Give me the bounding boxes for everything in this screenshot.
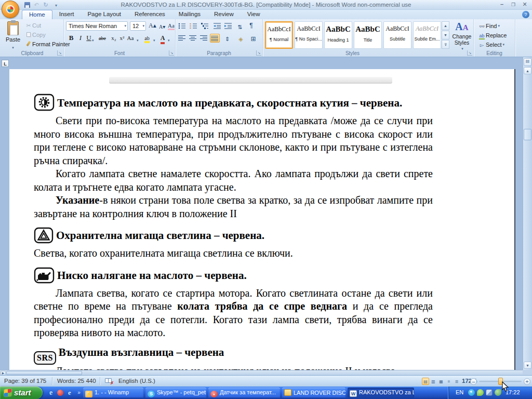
find-button[interactable]: Find	[478, 23, 500, 31]
messenger-tray-icon[interactable]	[477, 389, 484, 396]
styles-scroll-down-icon[interactable]	[442, 31, 449, 39]
align-center-icon[interactable]	[188, 34, 198, 43]
change-styles-button[interactable]: AA Change Styles	[451, 21, 473, 52]
bold-button[interactable]	[67, 34, 75, 43]
tab-references[interactable]: References	[128, 10, 172, 19]
tab-insert[interactable]: Insert	[52, 10, 81, 19]
vertical-scroll-thumb[interactable]	[524, 129, 531, 140]
font-dialog-launcher-icon[interactable]	[169, 50, 174, 56]
clear-formatting-icon[interactable]	[168, 22, 175, 30]
updates-tray-icon[interactable]	[495, 389, 501, 396]
style-no-spacing[interactable]: AaBbCcI¶ No Spaci...	[295, 21, 323, 49]
quicklaunch-browser-icon[interactable]	[47, 389, 55, 397]
save-icon[interactable]	[23, 2, 31, 8]
taskbar-button-sensor-page[interactable]: Датчик за температ...	[208, 388, 280, 398]
borders-icon[interactable]	[248, 34, 258, 43]
document-page[interactable]: Температура на маслото на предавката, ск…	[9, 69, 515, 370]
font-name-combo[interactable]: Times New Roman	[66, 21, 128, 31]
increase-indent-icon[interactable]	[223, 22, 233, 31]
line-spacing-icon[interactable]	[222, 34, 232, 43]
replace-button[interactable]: Replace	[478, 32, 507, 41]
tab-page-layout[interactable]: Page Layout	[81, 10, 128, 19]
select-button[interactable]: Select	[478, 42, 504, 50]
horizontal-scrollbar[interactable]	[0, 370, 523, 375]
paste-button[interactable]: Paste	[3, 21, 23, 54]
vertical-scrollbar[interactable]	[523, 57, 532, 370]
sort-icon[interactable]	[235, 22, 245, 31]
quicklaunch-media-icon[interactable]	[56, 389, 64, 397]
styles-dialog-launcher-icon[interactable]	[467, 50, 472, 56]
select-dropdown-icon[interactable]	[502, 42, 505, 48]
tab-review[interactable]: Review	[207, 10, 241, 19]
skype-tray-icon[interactable]	[468, 389, 475, 396]
network-tray-icon[interactable]	[486, 389, 493, 396]
language-indicator[interactable]: English (U.S.)	[118, 378, 155, 384]
style-title[interactable]: AaBbCTitle	[354, 21, 382, 49]
style-heading1[interactable]: AaBbCHeading 1	[324, 21, 352, 49]
bullets-icon[interactable]	[177, 22, 187, 31]
scroll-right-icon[interactable]	[1, 371, 6, 375]
copy-button[interactable]: Copy	[25, 32, 46, 41]
grow-font-icon[interactable]	[149, 22, 156, 30]
web-layout-view-icon[interactable]	[437, 378, 445, 385]
zoom-in-icon[interactable]	[524, 378, 530, 385]
fullscreen-reading-view-icon[interactable]	[430, 378, 437, 385]
justify-icon[interactable]	[210, 34, 220, 43]
scroll-down-icon[interactable]	[524, 362, 531, 369]
taskbar-button-landrover-folder[interactable]: LAND ROVER DISCOV...	[282, 388, 345, 398]
underline-dropdown-icon[interactable]	[91, 35, 94, 45]
close-button[interactable]	[520, 1, 530, 8]
taskbar-button-winamp[interactable]: 1. - - Winamp	[83, 388, 143, 398]
scroll-up-icon[interactable]	[524, 67, 531, 74]
horizontal-scroll-thumb[interactable]	[6, 371, 82, 375]
align-right-icon[interactable]	[199, 34, 209, 43]
quicklaunch-overflow-icon[interactable]	[75, 389, 83, 397]
paragraph-dialog-launcher-icon[interactable]	[256, 50, 261, 56]
style-subtitle[interactable]: AaBbCcISubtitle	[383, 21, 411, 49]
font-name-dropdown-icon[interactable]	[123, 23, 126, 29]
style-subtle-emphasis[interactable]: AaBbCcISubtle Em...	[413, 21, 441, 49]
draft-view-icon[interactable]	[453, 378, 460, 385]
taskbar-button-word-document[interactable]: RAKOVODSTVO za L....	[348, 388, 414, 398]
view-ruler-icon[interactable]	[524, 58, 531, 66]
font-color-button[interactable]	[158, 34, 167, 43]
decrease-indent-icon[interactable]	[212, 22, 222, 31]
styles-scroll-up-icon[interactable]	[442, 21, 449, 30]
italic-button[interactable]	[76, 34, 85, 43]
outline-view-icon[interactable]	[445, 378, 453, 385]
qat-customize-icon[interactable]	[52, 2, 60, 8]
page-indicator[interactable]: Page: 39 of 175	[4, 378, 46, 384]
font-size-dropdown-icon[interactable]	[141, 23, 144, 29]
word-count[interactable]: Words: 25 440	[57, 378, 96, 384]
tab-view[interactable]: View	[241, 10, 267, 19]
tab-mailings[interactable]: Mailings	[172, 10, 207, 19]
restore-button[interactable]	[508, 1, 518, 8]
proofing-errors-icon[interactable]	[105, 378, 113, 384]
font-size-combo[interactable]: 12	[130, 21, 146, 31]
numbering-icon[interactable]	[189, 22, 198, 31]
change-case-button[interactable]	[126, 34, 135, 43]
taskbar-button-skype[interactable]: Skype™ - petq_petra...	[145, 388, 206, 398]
tab-home[interactable]: Home	[22, 10, 52, 19]
superscript-button[interactable]	[118, 34, 126, 43]
office-button[interactable]	[2, 1, 19, 18]
quicklaunch-internet-icon[interactable]	[65, 389, 74, 397]
align-left-icon[interactable]	[177, 34, 187, 43]
styles-gallery-expand-icon[interactable]	[442, 40, 449, 49]
minimize-button[interactable]	[497, 1, 507, 8]
show-hide-paragraph-icon[interactable]	[246, 22, 256, 31]
highlight-dropdown-icon[interactable]	[152, 35, 155, 45]
style-normal[interactable]: AaBbCcI¶ Normal	[265, 21, 293, 49]
subscript-button[interactable]	[110, 34, 118, 43]
cut-button[interactable]: Cut	[25, 22, 41, 31]
shrink-font-icon[interactable]	[159, 23, 165, 31]
change-case-dropdown-icon[interactable]	[136, 35, 139, 45]
find-dropdown-icon[interactable]	[497, 23, 500, 29]
font-color-dropdown-icon[interactable]	[167, 35, 170, 45]
zoom-out-icon[interactable]	[470, 378, 477, 385]
undo-icon[interactable]	[32, 2, 41, 8]
shading-icon[interactable]	[236, 34, 246, 43]
format-painter-button[interactable]: Format Painter	[25, 41, 70, 50]
redo-icon[interactable]	[42, 2, 50, 8]
multilevel-list-icon[interactable]	[200, 22, 210, 31]
